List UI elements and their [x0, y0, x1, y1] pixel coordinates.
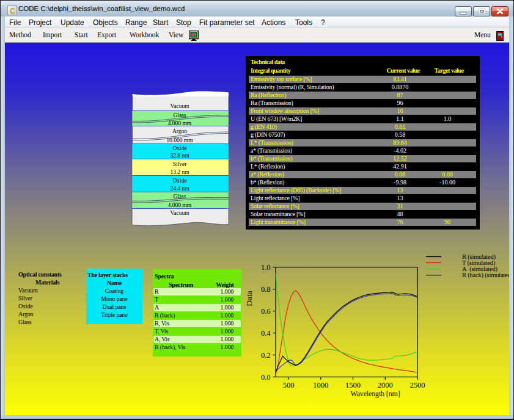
svg-text:0.4: 0.4: [261, 329, 271, 338]
svg-text:32.8 nm: 32.8 nm: [170, 153, 189, 159]
svg-text:4.000 mm: 4.000 mm: [168, 120, 192, 126]
svg-text:1000: 1000: [313, 381, 328, 389]
svg-text:1.0: 1.0: [261, 263, 271, 272]
svg-text:24.4 nm: 24.4 nm: [170, 186, 189, 192]
svg-text:Oxide: Oxide: [172, 145, 186, 151]
svg-text:2000: 2000: [378, 381, 393, 389]
svg-text:Argon: Argon: [172, 128, 187, 134]
svg-text:Vacuum: Vacuum: [170, 103, 189, 109]
svg-text:0.6: 0.6: [261, 307, 271, 316]
svg-text:13.2 nm: 13.2 nm: [170, 169, 189, 175]
svg-text:Wavelength [nm]: Wavelength [nm]: [350, 389, 400, 398]
svg-text:16.000 mm: 16.000 mm: [166, 137, 193, 143]
svg-text:Vacuum: Vacuum: [170, 210, 189, 216]
svg-text:Oxide: Oxide: [172, 178, 186, 184]
svg-text:Data: Data: [244, 291, 254, 306]
svg-text:500: 500: [283, 381, 295, 389]
svg-text:Glass: Glass: [173, 194, 186, 200]
svg-text:Glass: Glass: [173, 112, 186, 118]
svg-text:4.000 mm: 4.000 mm: [168, 202, 192, 208]
svg-text:2500: 2500: [410, 381, 425, 389]
svg-text:1500: 1500: [345, 381, 361, 389]
svg-text:Silver: Silver: [173, 161, 188, 167]
svg-text:0.2: 0.2: [261, 351, 271, 360]
svg-text:0.8: 0.8: [261, 285, 271, 294]
svg-text:0.0: 0.0: [261, 373, 271, 382]
svg-text:R (back) (simulated): R (back) (simulated): [462, 272, 513, 279]
